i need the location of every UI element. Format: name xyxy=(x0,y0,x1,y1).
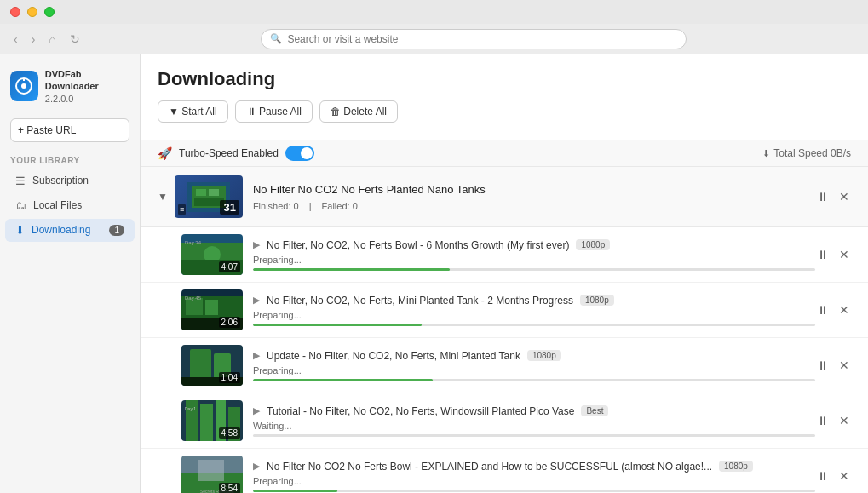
child-title: Tutorial - No Filter, No CO2, No Ferts, … xyxy=(267,405,574,417)
paste-url-button[interactable]: + Paste URL xyxy=(10,118,129,142)
turbo-toggle[interactable] xyxy=(285,146,314,161)
svg-rect-20 xyxy=(190,349,211,381)
maximize-button[interactable] xyxy=(44,7,55,17)
child-pause-button[interactable]: ⏸ xyxy=(815,301,831,318)
back-button[interactable]: ‹ xyxy=(10,31,21,48)
child-pause-button[interactable]: ⏸ xyxy=(815,412,831,429)
sidebar: DVDFab Downloader 2.2.0.0 + Paste URL YO… xyxy=(0,54,141,493)
turbo-icon: 🚀 xyxy=(158,146,172,160)
child-thumbnail: Day 45 2:06 xyxy=(181,289,243,330)
home-button[interactable]: ⌂ xyxy=(45,31,59,48)
svg-rect-15 xyxy=(186,298,203,315)
app-header: DVDFab Downloader 2.2.0.0 xyxy=(0,61,140,112)
forward-button[interactable]: › xyxy=(28,31,39,48)
parent-controls: ⏸ ✕ xyxy=(815,188,851,205)
duration-badge: 8:54 xyxy=(219,483,240,493)
sidebar-item-downloading[interactable]: ⬇ Downloading 1 xyxy=(5,219,135,242)
pause-all-button[interactable]: ⏸ Pause All xyxy=(235,100,313,123)
child-close-button[interactable]: ✕ xyxy=(837,301,851,318)
quality-badge: 1080p xyxy=(580,295,614,306)
minimize-button[interactable] xyxy=(27,7,37,17)
downloading-badge: 1 xyxy=(109,225,124,236)
thumb-count: 31 xyxy=(220,200,239,215)
svg-point-1 xyxy=(21,83,26,89)
parent-download-item: ▼ 31 ≡ xyxy=(141,167,868,227)
child-status: Waiting... xyxy=(253,421,815,431)
child-title: No Filter No CO2 No Ferts Bowl - EXPLAIN… xyxy=(267,461,712,473)
child-close-button[interactable]: ✕ xyxy=(837,412,851,429)
progress-bar-container xyxy=(253,379,815,381)
child-status: Preparing... xyxy=(253,310,815,320)
child-thumbnail: 1:04 xyxy=(181,345,243,386)
progress-bar-container xyxy=(253,268,815,271)
children-container: Day 34 4:07 ▶ No Filter, No CO2, No Fert… xyxy=(141,227,868,493)
duration-badge: 4:58 xyxy=(219,427,240,439)
parent-stats: Finished: 0 | Failed: 0 xyxy=(253,201,815,211)
sidebar-item-label-subscription: Subscription xyxy=(32,175,89,186)
child-download-item: 1:04 ▶ Update - No Filter, No CO2, No Fe… xyxy=(141,338,868,393)
child-close-button[interactable]: ✕ xyxy=(837,357,851,374)
svg-rect-6 xyxy=(209,189,219,196)
download-speed-icon: ⬇ xyxy=(762,148,770,159)
page-title: Downloading xyxy=(158,68,851,90)
child-status: Preparing... xyxy=(253,255,815,265)
child-download-item: Secrets Revealed 8:54 ▶ No Filter No CO2… xyxy=(141,449,868,493)
child-status: Preparing... xyxy=(253,365,815,375)
sidebar-item-label-downloading: Downloading xyxy=(32,224,90,236)
reload-button[interactable]: ↻ xyxy=(66,31,83,48)
duration-badge: 1:04 xyxy=(219,372,240,383)
child-info: ▶ Tutorial - No Filter, No CO2, No Ferts… xyxy=(253,405,815,437)
download-list: ▼ 31 ≡ xyxy=(141,167,868,493)
sidebar-item-subscription[interactable]: ☰ Subscription xyxy=(5,169,135,192)
parent-pause-button[interactable]: ⏸ xyxy=(815,188,831,205)
parent-close-button[interactable]: ✕ xyxy=(837,188,851,205)
child-status: Preparing... xyxy=(253,476,815,486)
library-section-label: YOUR LIBRARY xyxy=(0,149,140,169)
close-button[interactable] xyxy=(10,7,20,17)
child-title-row: ▶ Update - No Filter, No CO2, No Ferts, … xyxy=(253,350,815,362)
child-title: No Filter, No CO2, No Ferts Bowl - 6 Mon… xyxy=(267,239,569,251)
progress-bar xyxy=(253,324,422,326)
search-input[interactable] xyxy=(287,33,677,45)
video-icon: ▶ xyxy=(253,405,260,416)
total-speed-display: ⬇ Total Speed 0B/s xyxy=(762,147,851,159)
child-info: ▶ Update - No Filter, No CO2, No Ferts, … xyxy=(253,350,815,381)
child-close-button[interactable]: ✕ xyxy=(837,246,851,263)
total-speed-label: Total Speed 0B/s xyxy=(773,147,851,159)
address-bar[interactable]: 🔍 xyxy=(261,29,687,49)
child-title-row: ▶ No Filter, No CO2, No Ferts, Mini Plan… xyxy=(253,295,815,307)
failed-label: Failed: 0 xyxy=(322,201,358,211)
failed-count: 0 xyxy=(353,201,358,211)
child-pause-button[interactable]: ⏸ xyxy=(815,246,831,263)
svg-rect-5 xyxy=(196,189,206,196)
progress-bar-container xyxy=(253,324,815,326)
duration-badge: 4:07 xyxy=(219,261,240,272)
sidebar-item-label-local-files: Local Files xyxy=(33,199,82,211)
expand-button[interactable]: ▼ xyxy=(158,191,168,203)
video-icon: ▶ xyxy=(253,295,260,306)
delete-all-button[interactable]: 🗑 Delete All xyxy=(319,100,398,123)
child-pause-button[interactable]: ⏸ xyxy=(815,357,831,374)
video-icon: ▶ xyxy=(253,350,260,361)
svg-text:Day 1: Day 1 xyxy=(185,406,196,411)
svg-rect-16 xyxy=(205,300,218,315)
quality-badge: Best xyxy=(581,405,608,416)
child-title: Update - No Filter, No CO2, No Ferts, Mi… xyxy=(267,350,520,362)
progress-bar xyxy=(253,268,450,271)
svg-text:Day 45: Day 45 xyxy=(185,295,202,301)
search-icon: 🔍 xyxy=(270,33,282,44)
sidebar-item-local-files[interactable]: 🗂 Local Files xyxy=(5,194,135,217)
child-controls: ⏸ ✕ xyxy=(815,412,851,429)
child-close-button[interactable]: ✕ xyxy=(837,467,851,484)
start-all-button[interactable]: ▼ Start All xyxy=(158,100,228,123)
child-pause-button[interactable]: ⏸ xyxy=(815,467,831,484)
quality-badge: 1080p xyxy=(527,350,561,361)
child-download-item: Day 34 4:07 ▶ No Filter, No CO2, No Fert… xyxy=(141,227,868,283)
video-icon: ▶ xyxy=(253,239,260,250)
app-icon xyxy=(10,71,38,101)
child-info: ▶ No Filter, No CO2, No Ferts Bowl - 6 M… xyxy=(253,239,815,271)
child-thumbnail: Day 1 4:58 xyxy=(181,400,243,441)
turbo-bar: 🚀 Turbo-Speed Enabled ⬇ Total Speed 0B/s xyxy=(141,140,868,167)
local-files-icon: 🗂 xyxy=(15,199,26,212)
svg-rect-31 xyxy=(198,460,224,481)
